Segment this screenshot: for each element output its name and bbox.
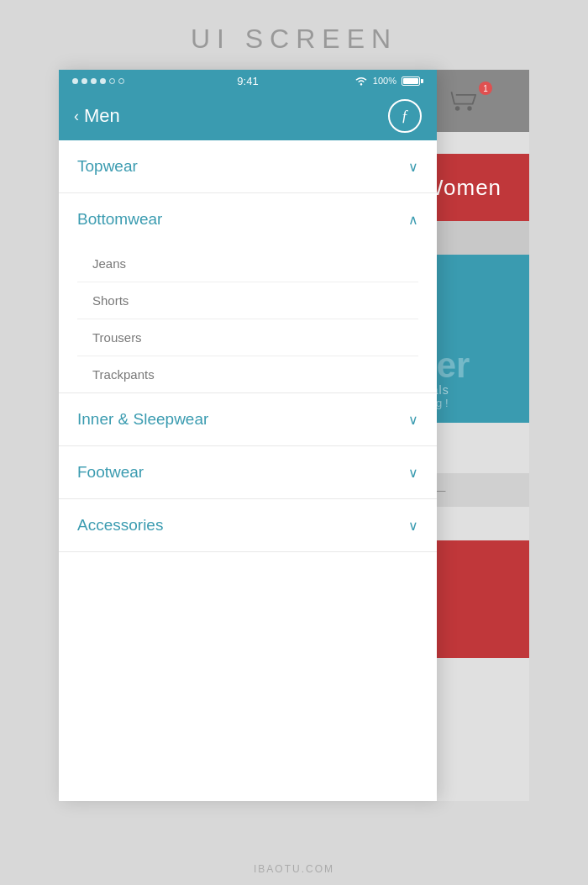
submenu-jeans[interactable]: Jeans: [77, 245, 418, 282]
signal-dots: [72, 78, 124, 84]
signal-dot-5: [109, 78, 115, 84]
sleepwear-label: Inner & Sleepwear: [77, 410, 208, 429]
signal-dot-1: [72, 78, 78, 84]
bottomwear-header[interactable]: Bottomwear ∧: [59, 193, 437, 245]
bottomwear-label: Bottomwear: [77, 210, 162, 229]
footwear-label: Footwear: [77, 463, 144, 482]
category-menu: Topwear ∨ Bottomwear ∧ Jeans Shorts Trou…: [59, 140, 437, 801]
bottomwear-chevron: ∧: [408, 212, 418, 228]
topwear-label: Topwear: [77, 157, 138, 176]
topwear-chevron: ∨: [408, 159, 418, 175]
submenu-trackpants[interactable]: Trackpants: [77, 356, 418, 392]
submenu-trousers[interactable]: Trousers: [77, 319, 418, 356]
sleepwear-chevron: ∨: [408, 412, 418, 428]
profile-icon: ƒ: [402, 108, 409, 125]
status-right: 100%: [354, 76, 423, 86]
battery-icon: [402, 76, 423, 86]
menu-item-accessories: Accessories ∨: [59, 499, 437, 552]
bottomwear-submenu: Jeans Shorts Trousers Trackpants: [59, 245, 437, 392]
phone-wrapper: 1 Women nter Arrivals hopping ! CTS —: [59, 70, 529, 801]
signal-dot-2: [81, 78, 87, 84]
signal-dot-3: [91, 78, 97, 84]
sleepwear-header[interactable]: Inner & Sleepwear ∨: [59, 393, 437, 445]
signal-dot-6: [118, 78, 124, 84]
svg-point-1: [467, 106, 471, 110]
status-bar: 9:41 100%: [59, 70, 437, 92]
profile-icon-button[interactable]: ƒ: [388, 99, 422, 133]
battery-percent: 100%: [373, 76, 396, 86]
wifi-icon: [354, 76, 368, 86]
page-title-label: UI SCREEN: [0, 0, 588, 70]
signal-dot-4: [100, 78, 106, 84]
submenu-shorts[interactable]: Shorts: [77, 282, 418, 319]
cart-badge: 1: [479, 82, 492, 95]
svg-point-0: [455, 106, 459, 110]
nav-header: ‹ Men ƒ: [59, 92, 437, 140]
accessories-header[interactable]: Accessories ∨: [59, 499, 437, 551]
footwear-chevron: ∨: [408, 465, 418, 481]
menu-item-topwear: Topwear ∨: [59, 140, 437, 193]
header-title: Men: [84, 105, 120, 127]
menu-item-footwear: Footwear ∨: [59, 446, 437, 499]
topwear-header[interactable]: Topwear ∨: [59, 140, 437, 192]
menu-item-bottomwear: Bottomwear ∧ Jeans Shorts Trousers Track…: [59, 193, 437, 393]
footwear-header[interactable]: Footwear ∨: [59, 446, 437, 498]
back-arrow-icon: ‹: [74, 108, 79, 125]
svg-point-2: [360, 83, 362, 85]
back-button[interactable]: ‹ Men: [74, 105, 120, 127]
accessories-label: Accessories: [77, 516, 163, 535]
watermark: IBAOTU.COM: [254, 863, 334, 875]
accessories-chevron: ∨: [408, 518, 418, 534]
cart-icon[interactable]: [447, 88, 477, 113]
status-time: 9:41: [237, 75, 258, 87]
phone-screen: 9:41 100% ‹ M: [59, 70, 437, 801]
menu-item-sleepwear: Inner & Sleepwear ∨: [59, 393, 437, 446]
